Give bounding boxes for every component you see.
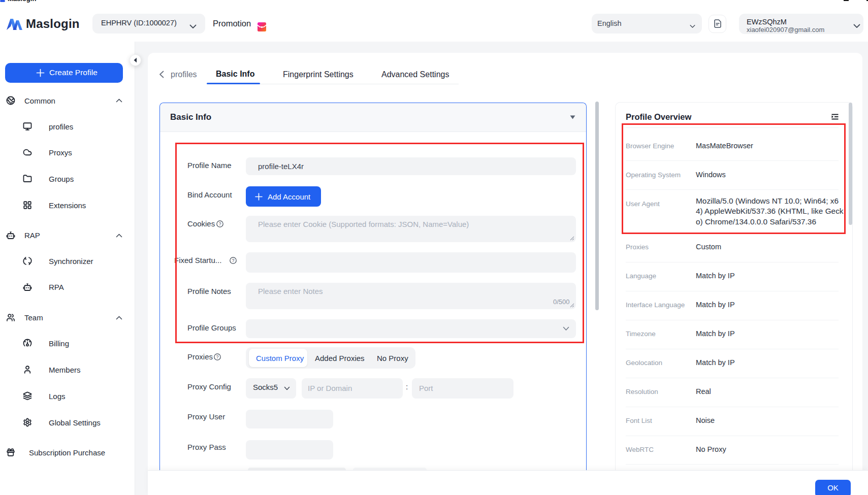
svg-text:?: ? bbox=[216, 354, 218, 359]
